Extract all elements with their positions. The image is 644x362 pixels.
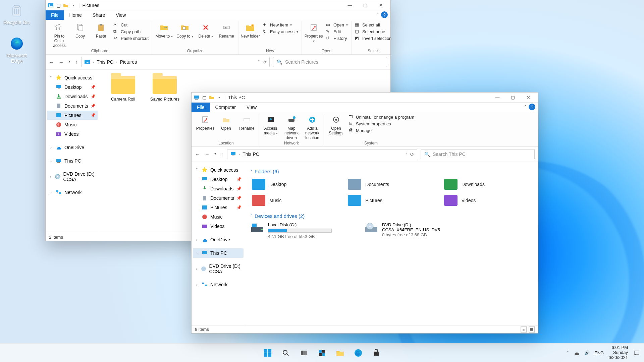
- invert-selection-button[interactable]: ◩Invert selection: [354, 35, 393, 41]
- rename-button[interactable]: abRename: [217, 21, 236, 39]
- nav-dvd[interactable]: ›DVD Drive (D:) CCSA: [47, 170, 98, 184]
- folder-desktop[interactable]: Desktop: [251, 178, 340, 191]
- manage-button[interactable]: 🛠Manage: [347, 127, 416, 133]
- chevron-right-icon[interactable]: ›: [116, 60, 117, 64]
- chevron-right-icon[interactable]: ›: [239, 152, 240, 156]
- search-button[interactable]: [279, 346, 293, 360]
- nav-downloads[interactable]: Downloads📌: [47, 92, 98, 101]
- open-button[interactable]: Open: [216, 113, 236, 131]
- nav-documents[interactable]: Documents📌: [47, 101, 98, 111]
- tab-home[interactable]: Home: [64, 10, 87, 20]
- chevron-right-icon[interactable]: ›: [195, 238, 199, 242]
- qat-dropdown-icon[interactable]: ▾: [70, 3, 76, 8]
- folder-downloads[interactable]: Downloads: [443, 178, 533, 191]
- recent-dropdown[interactable]: ▾: [68, 59, 70, 65]
- select-all-button[interactable]: ▦Select all: [354, 22, 393, 28]
- search-box[interactable]: 🔍: [273, 57, 387, 67]
- qat-folder-icon[interactable]: [63, 3, 68, 8]
- view-large-icons-button[interactable]: ▦: [529, 326, 535, 333]
- maximize-button[interactable]: ▢: [358, 0, 373, 10]
- nav-thispc[interactable]: ›This PC: [47, 156, 98, 166]
- nav-dvd[interactable]: ›DVD Drive (D:) CCSA: [193, 262, 244, 276]
- chevron-right-icon[interactable]: ›: [49, 145, 53, 149]
- nav-quick-access[interactable]: ˅⭐Quick access: [47, 73, 98, 82]
- chevron-right-icon[interactable]: ›: [195, 267, 198, 271]
- breadcrumb-thispc[interactable]: This PC: [97, 59, 113, 65]
- back-button[interactable]: ←: [195, 152, 200, 157]
- desktop-icon-recycle-bin[interactable]: Recycle Bin: [2, 3, 32, 25]
- nav-network[interactable]: ›Network: [193, 280, 244, 289]
- folder-pictures[interactable]: Pictures: [346, 194, 436, 207]
- nav-onedrive[interactable]: ›OneDrive: [193, 235, 244, 244]
- edit-button[interactable]: ✎Edit: [325, 28, 349, 35]
- chevron-down-icon[interactable]: ˅: [195, 168, 199, 172]
- chevron-down-icon[interactable]: ˅: [49, 76, 53, 80]
- nav-desktop[interactable]: Desktop📌: [193, 175, 244, 184]
- back-button[interactable]: ←: [49, 59, 54, 65]
- tab-computer[interactable]: Computer: [210, 103, 241, 112]
- pin-quick-access-button[interactable]: Pin to Quick access: [50, 21, 69, 48]
- delete-button[interactable]: Delete ▾: [196, 21, 215, 39]
- collapse-ribbon-icon[interactable]: ˄: [525, 105, 527, 109]
- properties-button[interactable]: Properties ▾: [304, 21, 323, 43]
- folder-videos[interactable]: Videos: [443, 194, 533, 207]
- nav-documents[interactable]: Documents📌: [193, 193, 244, 203]
- nav-pictures[interactable]: Pictures📌: [47, 111, 98, 120]
- breadcrumb-pictures[interactable]: Pictures: [120, 59, 137, 65]
- edge-button[interactable]: [351, 346, 365, 360]
- copy-button[interactable]: Copy: [70, 21, 90, 39]
- file-explorer-button[interactable]: [333, 346, 347, 360]
- maximize-button[interactable]: ▢: [505, 93, 521, 103]
- nav-videos[interactable]: Videos: [47, 129, 98, 139]
- nav-videos[interactable]: Videos: [193, 222, 244, 231]
- search-input[interactable]: [285, 59, 383, 65]
- uninstall-button[interactable]: 🗔Uninstall or change a program: [347, 114, 416, 120]
- open-settings-button[interactable]: Open Settings: [326, 113, 346, 135]
- new-folder-button[interactable]: ✦New folder: [240, 21, 260, 39]
- help-button[interactable]: ?: [381, 11, 388, 18]
- tab-view[interactable]: View: [110, 10, 131, 20]
- nav-thispc[interactable]: ›This PC: [193, 248, 244, 258]
- up-button[interactable]: ↑: [221, 152, 224, 157]
- search-input[interactable]: [433, 152, 531, 157]
- paste-button[interactable]: Paste: [91, 21, 111, 39]
- chevron-right-icon[interactable]: ›: [93, 60, 94, 64]
- copy-path-button[interactable]: ⧉Copy path: [112, 28, 150, 35]
- section-drives[interactable]: ˅Devices and drives (2): [251, 213, 533, 219]
- tray-clock[interactable]: 6:01 PM Sunday 6/20/2021: [608, 345, 628, 360]
- titlebar[interactable]: ▢ ▾ | Pictures — ▢ ✕: [46, 0, 390, 10]
- address-dropdown[interactable]: ˅: [258, 60, 260, 64]
- properties-button[interactable]: Properties: [196, 113, 215, 131]
- easy-access-button[interactable]: ↯Easy access ▾: [261, 28, 300, 35]
- forward-button[interactable]: →: [205, 152, 210, 157]
- start-button[interactable]: [261, 346, 275, 360]
- address-dropdown[interactable]: ˅: [406, 152, 408, 157]
- nav-pictures[interactable]: Pictures📌: [193, 203, 244, 212]
- nav-downloads[interactable]: Downloads📌: [193, 184, 244, 193]
- store-button[interactable]: [369, 346, 383, 360]
- collapse-ribbon-icon[interactable]: ˄: [377, 13, 379, 17]
- titlebar[interactable]: ▢ ▾ | This PC — ▢ ✕: [192, 93, 538, 103]
- tab-file[interactable]: File: [192, 103, 210, 112]
- folder-saved-pictures[interactable]: Saved Pictures: [146, 76, 183, 102]
- paste-shortcut-button[interactable]: ↩Paste shortcut: [112, 35, 150, 41]
- address-bar[interactable]: › This PC › Pictures ˅ ⟳: [81, 57, 270, 67]
- tray-overflow-button[interactable]: ˄: [567, 351, 569, 355]
- qat-save-icon[interactable]: ▢: [202, 95, 207, 100]
- chevron-right-icon[interactable]: ›: [49, 175, 52, 179]
- section-folders[interactable]: ˅Folders (6): [251, 169, 533, 174]
- up-button[interactable]: ↑: [75, 59, 78, 65]
- refresh-button[interactable]: ⟳: [263, 59, 267, 65]
- notifications-button[interactable]: [633, 349, 641, 357]
- drive-local-c[interactable]: Local Disk (C:) 42.1 GB free of 59.3 GB: [251, 222, 351, 239]
- nav-onedrive[interactable]: ›OneDrive: [47, 143, 98, 152]
- content-area[interactable]: ˅Folders (6) Desktop Documents Downloads…: [245, 162, 538, 325]
- add-net-location-button[interactable]: Add a network location: [303, 113, 322, 140]
- qat-folder-icon[interactable]: [209, 95, 214, 100]
- minimize-button[interactable]: —: [342, 0, 358, 10]
- minimize-button[interactable]: —: [490, 93, 505, 103]
- chevron-right-icon[interactable]: ›: [49, 190, 53, 194]
- nav-music[interactable]: Music: [47, 120, 98, 129]
- open-button[interactable]: ▭Open ▾: [325, 22, 349, 28]
- view-details-button[interactable]: ≡: [521, 326, 527, 333]
